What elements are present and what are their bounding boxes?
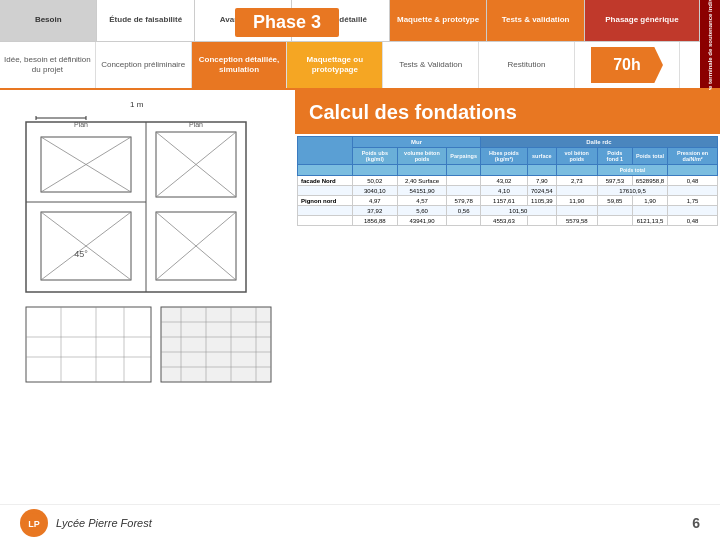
cell-r1: 1856,88 <box>353 216 398 226</box>
cell-p3: 579,78 <box>447 196 481 206</box>
th-pression: Pression en da/N/m² <box>668 148 718 165</box>
th-hbes: Hbes poids (kg/m²) <box>480 148 527 165</box>
cell-r7 <box>597 216 632 226</box>
cell-2: 2,40 Surface <box>397 176 447 186</box>
footer-left: LP Lycée Pierre Forest <box>20 509 152 537</box>
cell-4: 43,02 <box>480 176 527 186</box>
col-group-dalle: Dalle rdc <box>480 137 717 148</box>
phase-top-row: Besoin Étude de faisabilité Avant-projet… <box>0 0 700 42</box>
phase-step-tests: Tests & validation <box>487 0 584 42</box>
cell-empty2 <box>298 206 353 216</box>
diagram-area: 1 m <box>0 90 295 490</box>
cell-10: 3040,10 <box>353 186 398 196</box>
cell-q7 <box>632 206 667 216</box>
sub-step-restitution: Restitution <box>479 42 575 88</box>
cell-q8 <box>668 206 718 216</box>
svg-rect-21 <box>161 307 271 382</box>
calc-title: Calcul des fondations <box>295 90 720 134</box>
th-volume-beton: volume béton poids <box>397 148 447 165</box>
phase-step-avant-projet: Avant-projet <box>195 0 292 42</box>
main-content: 1 m <box>0 90 720 490</box>
cell-p6: 11,90 <box>556 196 597 206</box>
th-empty7 <box>556 165 597 176</box>
cell-15 <box>556 186 597 196</box>
cell-7: 597,53 <box>597 176 632 186</box>
row-label-pignon: Pignon nord <box>298 196 353 206</box>
table-row: 1856,88 43941,90 4553,63 5579,58 6121,13… <box>298 216 718 226</box>
th-empty4 <box>447 165 481 176</box>
cell-8: 6528958,8 <box>632 176 667 186</box>
cell-16: 17610,9,5 <box>597 186 667 196</box>
col-group-mur: Mur <box>353 137 481 148</box>
cell-3 <box>447 176 481 186</box>
cell-p2: 4,57 <box>397 196 447 206</box>
cell-12 <box>447 186 481 196</box>
th-surface: surface <box>527 148 556 165</box>
th-vol-beton: vol béton poids <box>556 148 597 165</box>
cell-r5 <box>527 216 556 226</box>
header-section: Besoin Étude de faisabilité Avant-projet… <box>0 0 720 90</box>
cell-q1: 37,92 <box>353 206 398 216</box>
cell-p9: 1,75 <box>668 196 718 206</box>
table-row: 37,92 5,60 0,56 101,50 <box>298 206 718 216</box>
cell-q2: 5,60 <box>397 206 447 216</box>
sub-step-maquettage: Maquettage ou prototypage <box>287 42 383 88</box>
cell-11: 54151,90 <box>397 186 447 196</box>
cell-13: 4,10 <box>480 186 527 196</box>
cell-p4: 1157,61 <box>480 196 527 206</box>
svg-text:LP: LP <box>28 519 40 529</box>
floor-plan-svg: 45° Plan Plan <box>6 112 281 397</box>
cell-r3 <box>447 216 481 226</box>
row-label-facade: facade Nord <box>298 176 353 186</box>
school-logo: LP <box>20 509 48 537</box>
cell-r2: 43941,90 <box>397 216 447 226</box>
cell-empty3 <box>298 216 353 226</box>
phase-step-faisabilite: Étude de faisabilité <box>97 0 194 42</box>
cell-p8: 1,90 <box>632 196 667 206</box>
cell-q3: 0,56 <box>447 206 481 216</box>
phasage-label: Phasage générique <box>585 0 700 42</box>
svg-text:Plan: Plan <box>189 121 203 128</box>
col-element <box>298 137 353 165</box>
th-poids-fond: Poids fond 1 <box>597 148 632 165</box>
phase-sub-row: Idée, besoin et définition du projet Con… <box>0 42 680 88</box>
right-stripe: Épreuve terminale de soutenance individu… <box>700 0 720 88</box>
data-table: Mur Dalle rdc Poids ubs (kg/ml) volume b… <box>297 136 718 226</box>
th-poids-ubs: Poids ubs (kg/ml) <box>353 148 398 165</box>
cell-6: 2,73 <box>556 176 597 186</box>
school-name: Lycée Pierre Forest <box>56 517 152 529</box>
table-container: Mur Dalle rdc Poids ubs (kg/ml) volume b… <box>295 134 720 490</box>
cell-r8: 6121,13,5 <box>632 216 667 226</box>
sub-step-conception-det: Conception détaillée, simulation <box>192 42 288 88</box>
cell-p7: 59,85 <box>597 196 632 206</box>
th-poids-total-span: Poids total <box>597 165 667 176</box>
th-empty2 <box>353 165 398 176</box>
cell-p5: 1105,39 <box>527 196 556 206</box>
badge-70h: 70h <box>591 47 663 83</box>
cell-empty <box>298 186 353 196</box>
cell-17 <box>668 186 718 196</box>
right-panel: Calcul des fondations Mur Dalle rdc Poid… <box>295 90 720 490</box>
cell-14: 7024,54 <box>527 186 556 196</box>
svg-text:Plan: Plan <box>74 121 88 128</box>
table-row: facade Nord 50,02 2,40 Surface 43,02 7,9… <box>298 176 718 186</box>
th-empty6 <box>527 165 556 176</box>
th-empty5 <box>480 165 527 176</box>
phase-step-projet: Projet détaillé <box>292 0 389 42</box>
th-empty <box>298 165 353 176</box>
cell-r4: 4553,63 <box>480 216 527 226</box>
th-parpaings: Parpaings <box>447 148 481 165</box>
phase-steps: Besoin Étude de faisabilité Avant-projet… <box>0 0 700 88</box>
cell-p1: 4,97 <box>353 196 398 206</box>
table-row: Pignon nord 4,97 4,57 579,78 1157,61 110… <box>298 196 718 206</box>
cell-q6 <box>597 206 632 216</box>
th-poids-total: Poids total <box>632 148 667 165</box>
scale-label: 1 m <box>130 100 143 109</box>
cell-r9: 0,48 <box>668 216 718 226</box>
table-row: 3040,10 54151,90 4,10 7024,54 17610,9,5 <box>298 186 718 196</box>
sub-step-idee: Idée, besoin et définition du projet <box>0 42 96 88</box>
cell-r6: 5579,58 <box>556 216 597 226</box>
footer: LP Lycée Pierre Forest 6 <box>0 504 720 540</box>
svg-text:45°: 45° <box>74 249 88 259</box>
badge-70h-container: 70h <box>575 42 680 88</box>
